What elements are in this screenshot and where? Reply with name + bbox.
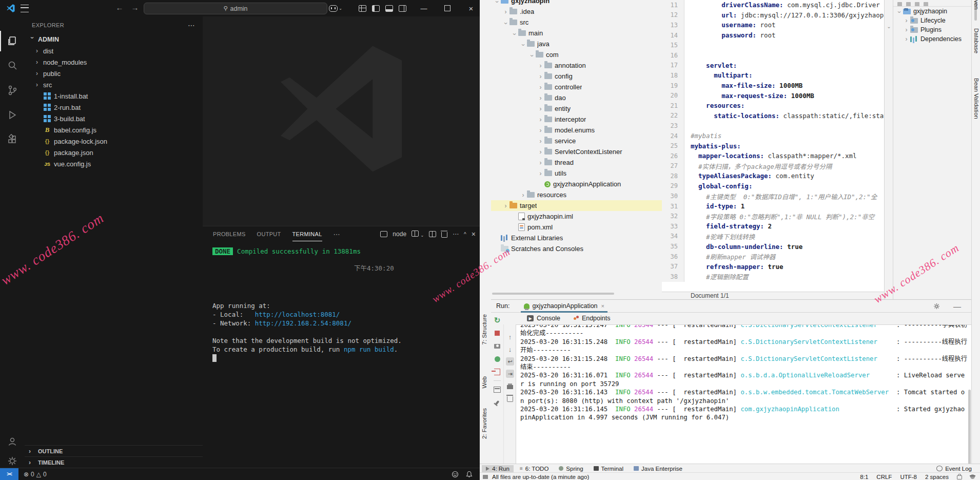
project-tree-item[interactable]: External Libraries — [491, 233, 662, 243]
kill-terminal-icon[interactable] — [441, 232, 447, 238]
code-line[interactable]: 29 global-config: — [662, 181, 884, 191]
hide-panel-icon[interactable]: — — [953, 302, 961, 311]
explorer-file[interactable]: 2-run.bat — [25, 102, 203, 113]
account-icon[interactable] — [0, 431, 25, 452]
project-tree-item[interactable]: ›entity — [491, 103, 662, 114]
project-tree-item[interactable]: ›dao — [491, 92, 662, 103]
code-line[interactable]: 18 multipart: — [662, 70, 884, 81]
project-tree-item[interactable]: ›config — [491, 71, 662, 82]
code-line[interactable]: 14 password: root — [662, 30, 884, 41]
outline-section[interactable]: › OUTLINE — [25, 445, 203, 457]
explorer-file[interactable]: babel.config.js — [25, 124, 203, 136]
code-line[interactable]: 27 #实体扫描，多个package用逗号或者分号分隔 — [662, 161, 884, 171]
project-tree-item[interactable]: gxjyzhaopin.iml — [491, 211, 662, 222]
feedback-icon[interactable] — [452, 471, 459, 478]
project-tree-item[interactable]: ›resources — [491, 189, 662, 200]
explorer-folder[interactable]: ›public — [25, 68, 203, 79]
code-line[interactable]: 25mybatis-plus: — [662, 141, 884, 151]
explorer-more-icon[interactable]: ⋯ — [188, 21, 195, 29]
close-button[interactable]: × — [464, 0, 478, 16]
project-tree-item[interactable]: ›src — [491, 17, 662, 28]
status-indent[interactable]: 2 spaces — [925, 474, 949, 480]
snapshot-camera-icon[interactable] — [493, 342, 501, 350]
project-tree-item[interactable]: ›.idea — [491, 6, 662, 17]
toggle-sidebar-icon[interactable] — [368, 0, 383, 16]
code-line[interactable]: 38 #逻辑删除配置 — [662, 272, 884, 282]
project-tree-item[interactable]: Scratches and Consoles — [491, 243, 662, 254]
terminal-output[interactable]: DONECompiled successfully in 13881ms 下午4… — [212, 247, 475, 466]
panel-tab-problems[interactable]: PROBLEMS — [213, 231, 246, 237]
run-settings-gear-icon[interactable] — [933, 303, 940, 310]
tool-tab-run[interactable]: 4: Run — [482, 465, 514, 472]
project-tree-item[interactable]: ›model.enums — [491, 125, 662, 136]
status-encoding[interactable]: UTF-8 — [900, 474, 917, 480]
tool-tab-javaenterprise[interactable]: Java Enterprise — [630, 465, 687, 472]
minimize-button[interactable]: — — [417, 0, 431, 16]
code-line[interactable]: 11 driverClassName: com.mysql.cj.jdbc.Dr… — [662, 0, 884, 10]
code-line[interactable]: 17 servlet: — [662, 61, 884, 71]
code-line[interactable]: 20 max-request-size: 1000MB — [662, 90, 884, 101]
scroll-to-end-icon[interactable]: ⇥ — [506, 370, 514, 378]
tool-tab-spring[interactable]: Spring — [555, 465, 587, 472]
explorer-root-folder[interactable]: › ADMIN — [25, 34, 203, 45]
lock-icon[interactable] — [957, 475, 962, 479]
restart-debug-icon[interactable] — [493, 355, 501, 363]
project-tree-item[interactable]: ›target — [491, 200, 662, 211]
console-tab[interactable]: ▶Console — [527, 315, 560, 322]
menu-icon[interactable] — [21, 5, 29, 12]
explorer-file[interactable]: package-lock.json — [25, 136, 203, 147]
customize-layout-icon[interactable] — [355, 0, 369, 16]
close-panel-icon[interactable]: × — [472, 230, 476, 238]
code-line[interactable]: 28 typeAliasesPackage: com.entity — [662, 171, 884, 181]
notifications-bell-icon[interactable] — [466, 471, 473, 478]
code-line[interactable]: 16 — [662, 50, 884, 61]
project-tree-item[interactable]: ›com — [491, 49, 662, 60]
console-scrollbar-thumb[interactable] — [968, 390, 971, 464]
explorer-file[interactable]: vue.config.js — [25, 158, 203, 169]
maven-root-node[interactable]: › gxjyzhaopin — [893, 7, 972, 16]
code-line[interactable]: 12 url: jdbc:mysql://127.0.0.1:3306/gxjy… — [662, 10, 884, 21]
problems-status[interactable]: ⊗ 0 △ 0 — [24, 471, 47, 478]
search-input[interactable]: ⚲ admin — [144, 3, 327, 14]
inspections-chevron-icon[interactable]: ⌄ — [885, 24, 893, 29]
explorer-folder[interactable]: ›node_modules — [25, 56, 203, 68]
panel-tab-output[interactable]: OUTPUT — [257, 231, 281, 237]
explorer-file[interactable]: 1-install.bat — [25, 90, 203, 102]
project-tree-item[interactable]: pom.xml — [491, 222, 662, 233]
run-console[interactable]: 2025-03-20 16:31:15.247 INFO 26544 --- [… — [516, 324, 971, 464]
stop-icon[interactable] — [493, 329, 501, 337]
forward-arrow-icon[interactable]: → — [129, 3, 141, 12]
code-line[interactable]: 15 — [662, 40, 884, 50]
explorer-file[interactable]: package.json — [25, 147, 203, 158]
project-tree-item[interactable]: ›gxjyzhaopin — [491, 0, 662, 6]
favorites-tool-button[interactable]: 2: Favorites — [481, 408, 487, 439]
timeline-section[interactable]: › TIMELINE — [25, 456, 203, 468]
toolbox-icon[interactable] — [483, 475, 488, 479]
event-log-button[interactable]: Event Log — [936, 466, 972, 472]
clear-console-icon[interactable] — [506, 394, 514, 402]
code-line[interactable]: 13 username: root — [662, 20, 884, 30]
extensions-icon[interactable] — [0, 129, 25, 150]
code-line[interactable]: 32 #字段策略 0:"忽略判断",1:"非 NULL 判断"),2:"非空 — [662, 211, 884, 221]
more-actions-icon[interactable]: ⋯ — [453, 231, 459, 238]
rerun-icon[interactable]: ↻ — [493, 316, 501, 324]
explorer-folder[interactable]: ›dist — [25, 45, 203, 56]
code-line[interactable]: 36 #刷新mapper 调试神器 — [662, 252, 884, 262]
print-icon[interactable] — [506, 382, 514, 390]
project-tree-item[interactable]: ›utils — [491, 168, 662, 179]
remote-indicator[interactable]: >< — [0, 468, 18, 480]
code-line[interactable]: 33 field-strategy: 2 — [662, 221, 884, 232]
status-line-ending[interactable]: CRLF — [876, 474, 892, 480]
project-tree-item[interactable]: ›interceptor — [491, 114, 662, 125]
code-line[interactable]: 26 mapper-locations: classpath*:mapper/*… — [662, 151, 884, 161]
code-line[interactable]: 22 static-locations: classpath:static/,f… — [662, 111, 884, 121]
code-line[interactable]: 30 #主键类型 0:"数据库ID自增", 1:"用户输入ID",2:"全 — [662, 191, 884, 201]
web-tool-button[interactable]: Web — [481, 376, 487, 388]
search-activity-icon[interactable] — [0, 55, 25, 76]
run-debug-icon[interactable] — [0, 105, 25, 125]
hector-inspector-icon[interactable] — [970, 474, 975, 479]
down-stack-icon[interactable]: ↓ — [506, 345, 514, 353]
code-line[interactable]: 34 #驼峰下划线转换 — [662, 232, 884, 242]
panel-tab-terminal[interactable]: TERMINAL — [292, 231, 322, 241]
bean-validation-tool-button[interactable]: Bean Validation — [973, 78, 979, 119]
